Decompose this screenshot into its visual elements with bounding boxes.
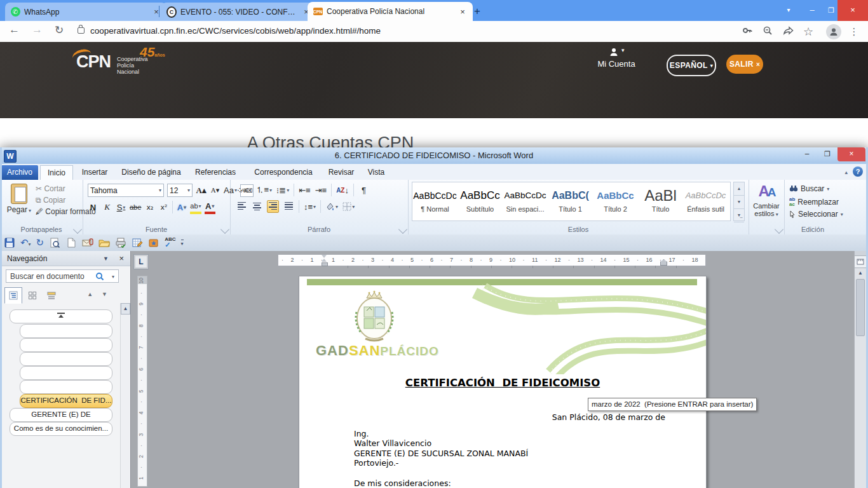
line-spacing-button[interactable]: ↕≡▾ <box>304 201 316 212</box>
sort-button[interactable]: AZ↓ <box>336 184 349 196</box>
nav-item-gerente[interactable]: GERENTE (E) DE SUCURSAL... <box>10 408 112 422</box>
scroll-thumb[interactable] <box>856 279 865 336</box>
increase-indent-button[interactable]: ⇥≡ <box>315 184 327 196</box>
copy-button[interactable]: ⧉ Copiar <box>36 196 65 205</box>
print-icon[interactable] <box>115 237 126 248</box>
close-tab-icon[interactable]: × <box>458 7 468 17</box>
my-account-button[interactable]: ▾ Mi Cuenta <box>597 47 635 69</box>
styles-gallery-arrows[interactable]: ▲▼▼̲ <box>733 182 745 221</box>
borders-button[interactable]: ▾ <box>342 201 355 212</box>
print-preview-icon[interactable] <box>49 237 60 248</box>
nav-item[interactable] <box>20 324 112 338</box>
close-tab-icon[interactable]: × <box>151 7 161 17</box>
style-titulo2[interactable]: AaBbCc Título 2 <box>593 182 638 220</box>
nav-item-certificacion[interactable]: CERTIFICACIÓN DE FID... <box>20 394 112 408</box>
multilevel-list-button[interactable]: ⁝≣▾ <box>276 184 289 196</box>
nav-pane-scrollbar[interactable]: ▲ <box>120 303 130 488</box>
reload-icon[interactable]: ↻ <box>55 24 64 37</box>
headings-view-tab[interactable] <box>4 287 22 304</box>
tab-diseno[interactable]: Diseño de página <box>118 165 185 180</box>
nav-item[interactable] <box>20 352 112 366</box>
nav-item[interactable] <box>20 338 112 352</box>
horizontal-ruler[interactable]: · 2 · 1 · 1 · 2 · 3 · 4 · 5 · 6 · 7 · 8 … <box>278 254 706 266</box>
style-subtitulo[interactable]: AaBbCc Subtítulo <box>458 182 503 220</box>
share-icon[interactable] <box>782 25 794 38</box>
browser-menu-icon[interactable]: ⋮ <box>848 25 860 38</box>
font-family-combo[interactable]: Tahoma▾ <box>88 184 164 197</box>
grow-font-button[interactable]: A▴ <box>196 185 207 196</box>
tab-vista[interactable]: Vista <box>362 165 391 180</box>
align-center-button[interactable] <box>252 201 262 212</box>
document-page[interactable]: GADSANPLÁCIDO CERTIFICACIÓN DE FIDEICOMI… <box>299 276 707 488</box>
help-icon[interactable]: ? <box>853 166 863 177</box>
nav-item[interactable] <box>20 380 112 394</box>
style-titulo[interactable]: AaBl Título <box>638 182 683 220</box>
url-bar[interactable]: cooperativavirtual.cpn.fin.ec/CWC/servic… <box>90 26 381 36</box>
align-right-button[interactable] <box>267 200 279 213</box>
back-icon[interactable]: ← <box>9 24 20 36</box>
bookmark-star-icon[interactable]: ☆ <box>802 25 815 38</box>
bold-button[interactable]: N <box>88 201 98 213</box>
italic-button[interactable]: K <box>102 201 112 213</box>
padlock-icon[interactable] <box>78 27 85 34</box>
nav-item-top[interactable] <box>10 309 112 323</box>
document-scrollbar[interactable]: ▲ <box>854 251 866 488</box>
redo-icon[interactable]: ↻ <box>36 237 44 248</box>
shading-button[interactable]: ▾ <box>325 201 338 212</box>
nav-prev-next-arrows[interactable]: ▲▼ <box>87 291 116 297</box>
tab-archivo[interactable]: Archivo <box>1 165 38 180</box>
nav-item-como[interactable]: Como es de su conocimien... <box>10 422 112 436</box>
word-restore-button[interactable]: ❐ <box>818 147 837 161</box>
text-effects-button[interactable]: A▾ <box>176 201 187 213</box>
undo-icon[interactable]: ↶▾ <box>20 237 31 248</box>
save-icon[interactable] <box>4 237 15 248</box>
bullets-button[interactable]: ⁘≡▾ <box>236 184 252 196</box>
underline-button[interactable]: S▾ <box>116 201 126 213</box>
align-left-button[interactable] <box>236 201 247 212</box>
forward-icon[interactable]: → <box>32 24 43 36</box>
language-button[interactable]: ESPAÑOL▾ <box>667 55 716 76</box>
change-styles-button[interactable]: AA Cambiar estilos ▾ <box>749 182 784 219</box>
pane-options-chevron-icon[interactable]: ▼ <box>103 251 109 266</box>
decrease-indent-button[interactable]: ⇤≡ <box>299 184 310 196</box>
logout-button[interactable]: SALIR× <box>726 55 763 74</box>
zoom-icon[interactable] <box>761 25 774 38</box>
folder-star-icon[interactable] <box>148 237 159 248</box>
scroll-up-icon[interactable]: ▲ <box>855 268 866 278</box>
search-options-chevron-icon[interactable]: ▾ <box>112 270 114 283</box>
shrink-font-button[interactable]: A▾ <box>210 185 220 196</box>
qat-overflow-icon[interactable]: ▾ <box>181 240 184 247</box>
tab-search-chevron-icon[interactable]: ▾ <box>778 0 799 21</box>
replace-button[interactable]: abac Reemplazar <box>789 197 839 207</box>
tab-cooperativa[interactable]: CPN Cooperativa Policía Nacional × <box>308 2 473 21</box>
tab-revisar[interactable]: Revisar <box>324 165 358 180</box>
select-button[interactable]: Seleccionar▾ <box>789 210 843 219</box>
word-close-button[interactable]: × <box>837 147 865 161</box>
indent-marker[interactable] <box>322 255 327 266</box>
tab-whatsapp[interactable]: ✆ WhatsApp × <box>5 3 166 21</box>
tab-referencias[interactable]: Referencias <box>188 165 243 180</box>
subscript-button[interactable]: x₂ <box>144 201 155 213</box>
results-view-tab[interactable] <box>43 287 60 304</box>
spelling-icon[interactable]: ABC✓ <box>165 237 175 248</box>
password-key-icon[interactable] <box>741 25 754 38</box>
tab-insertar[interactable]: Insertar <box>75 165 114 180</box>
style-titulo1[interactable]: AaBbC( Título 1 <box>548 182 593 220</box>
new-document-icon[interactable] <box>65 237 77 248</box>
open-folder-icon[interactable] <box>98 237 110 248</box>
edit-table-icon[interactable] <box>132 237 143 248</box>
profile-avatar[interactable] <box>826 24 841 39</box>
vertical-ruler[interactable]: 1 · 2 · 3 · 4 · 5 · 6 · 7 · 8 · 9 · 10 <box>137 276 147 487</box>
document-search-input[interactable]: Buscar en documento ▾ <box>6 269 119 283</box>
close-window-button[interactable]: × <box>837 0 868 21</box>
new-tab-button[interactable]: + <box>469 4 485 20</box>
collapse-ribbon-icon[interactable]: ▴ <box>844 169 848 175</box>
envelope-attach-icon[interactable] <box>82 237 93 248</box>
font-size-combo[interactable]: 12▾ <box>167 184 193 197</box>
tab-inicio[interactable]: Inicio <box>40 165 73 180</box>
paste-button[interactable]: Pegar ▾ <box>5 182 33 224</box>
strikethrough-button[interactable]: abe <box>130 201 141 213</box>
split-handle[interactable] <box>855 251 866 256</box>
style-enfasis-sutil[interactable]: AaBbCcDc Énfasis sutil <box>683 182 728 220</box>
font-color-button[interactable]: A▾ <box>205 200 215 214</box>
